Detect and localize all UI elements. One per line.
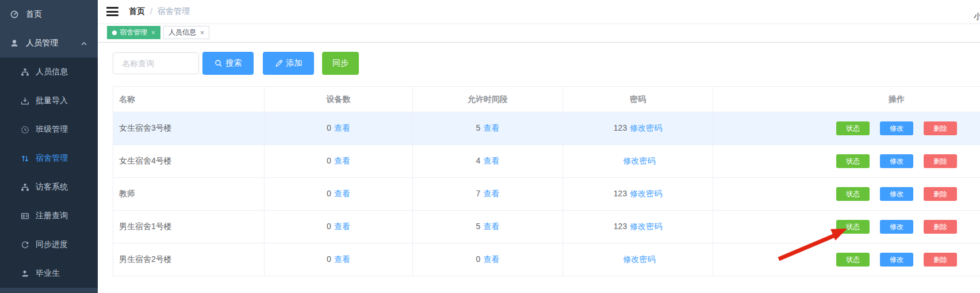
change-password-link[interactable]: 修改密码 [623, 254, 656, 264]
sidebar-item-graduates[interactable]: 毕业生 [0, 259, 98, 288]
add-button-label: 添加 [286, 58, 303, 69]
sidebar-item-label: 同步进度 [36, 239, 68, 250]
dorm-name: 男生宿舍1号楼 [119, 222, 172, 231]
main-area: 首页 / 宿舍管理 小 宿舍管理 × 人员信息 × [98, 0, 980, 293]
table-row[interactable]: 女生宿舍4号楼 0查看 4查看 修改密码 状态 修改 删除 [113, 145, 980, 178]
add-button[interactable]: 添加 [263, 52, 314, 75]
password-value: 123 [614, 222, 627, 231]
sidebar-item-label: 首页 [26, 9, 42, 20]
id-card-icon [21, 212, 29, 220]
view-devices-link[interactable]: 查看 [334, 254, 350, 264]
tab-personnel-info[interactable]: 人员信息 × [163, 26, 209, 39]
password-value: 123 [614, 123, 627, 132]
change-password-link[interactable]: 修改密码 [623, 156, 656, 165]
column-header-devices: 设备数 [265, 87, 413, 112]
dorm-name: 女生宿舍3号楼 [119, 123, 172, 132]
edit-button[interactable]: 修改 [880, 154, 913, 168]
graduate-icon [21, 269, 29, 278]
sidebar-item-registration-query[interactable]: 注册查询 [0, 201, 98, 230]
view-period-link[interactable]: 查看 [483, 254, 499, 264]
sidebar-item-label: 毕业生 [36, 268, 60, 279]
sidebar-submenu: 人员信息 批量导入 班级管理 宿舍管理 [0, 58, 98, 288]
search-button[interactable]: 搜索 [202, 52, 254, 75]
change-password-link[interactable]: 修改密码 [630, 189, 662, 198]
toolbar: 搜索 添加 同步 [113, 52, 980, 75]
delete-button[interactable]: 删除 [924, 220, 957, 234]
sidebar-item-label: 班级管理 [36, 124, 68, 135]
edit-button[interactable]: 修改 [880, 187, 913, 201]
page-container: 搜索 添加 同步 名称 设 [98, 43, 980, 293]
search-input[interactable] [113, 52, 199, 74]
people-icon [10, 39, 19, 48]
status-button[interactable]: 状态 [836, 187, 870, 201]
sidebar-item-label: 人员信息 [36, 67, 68, 77]
sync-button-label: 同步 [332, 58, 349, 69]
view-devices-link[interactable]: 查看 [334, 156, 350, 165]
sidebar-item-class-management[interactable]: 班级管理 [0, 115, 98, 144]
sidebar-item-batch-import[interactable]: 批量导入 [0, 86, 98, 115]
view-period-link[interactable]: 查看 [483, 189, 499, 198]
sync-button[interactable]: 同步 [322, 52, 359, 75]
sitemap-icon [21, 183, 29, 192]
delete-button[interactable]: 删除 [924, 154, 957, 168]
dorm-name: 教师 [119, 189, 135, 198]
view-devices-link[interactable]: 查看 [334, 123, 350, 132]
sidebar-item-personnel-management[interactable]: 人员管理 [0, 29, 98, 58]
username-text[interactable]: 小 [974, 12, 980, 22]
delete-button[interactable]: 删除 [924, 187, 957, 201]
device-count: 0 [327, 156, 331, 165]
view-devices-link[interactable]: 查看 [334, 189, 350, 198]
tab-dormitory-management[interactable]: 宿舍管理 × [107, 26, 160, 39]
app-window: 首页 人员管理 人员信息 批量导入 [0, 0, 980, 293]
edit-button[interactable]: 修改 [880, 220, 913, 234]
view-period-link[interactable]: 查看 [483, 222, 499, 231]
dashboard-icon [10, 10, 19, 19]
delete-button[interactable]: 删除 [924, 253, 957, 267]
view-period-link[interactable]: 查看 [483, 156, 499, 165]
close-icon[interactable]: × [151, 29, 155, 36]
sidebar-item-label: 宿舍管理 [36, 153, 68, 163]
table-row[interactable]: 女生宿舍3号楼 0查看 5查看 123修改密码 状态 修改 删除 [113, 112, 980, 145]
sidebar-item-personnel-info[interactable]: 人员信息 [0, 58, 98, 86]
change-password-link[interactable]: 修改密码 [630, 123, 662, 132]
search-button-label: 搜索 [226, 58, 242, 69]
device-count: 0 [327, 123, 331, 132]
column-header-name: 名称 [113, 87, 265, 112]
period-count: 4 [476, 156, 481, 165]
table-row[interactable]: 男生宿舍1号楼 0查看 5查看 123修改密码 状态 修改 删除 [113, 211, 980, 243]
status-button[interactable]: 状态 [836, 121, 870, 135]
delete-button[interactable]: 删除 [924, 121, 957, 135]
search-icon [215, 59, 223, 67]
import-icon [21, 97, 29, 105]
period-count: 5 [476, 123, 481, 132]
top-navbar: 首页 / 宿舍管理 小 [98, 0, 980, 23]
up-down-arrows-icon [21, 154, 29, 163]
clock-icon [21, 125, 29, 134]
status-button[interactable]: 状态 [836, 253, 870, 267]
edit-button[interactable]: 修改 [880, 121, 913, 135]
breadcrumb-current: 宿舍管理 [158, 6, 190, 17]
tab-label: 人员信息 [169, 28, 196, 37]
edit-button[interactable]: 修改 [880, 253, 913, 267]
column-header-actions: 操作 [713, 87, 980, 112]
sidebar-item-home[interactable]: 首页 [0, 0, 98, 29]
sidebar-item-dormitory-management[interactable]: 宿舍管理 [0, 144, 98, 173]
close-icon[interactable]: × [200, 29, 204, 36]
table-row[interactable]: 男生宿舍2号楼 0查看 0查看 修改密码 状态 修改 删除 [113, 243, 980, 276]
status-button[interactable]: 状态 [836, 154, 870, 168]
sitemap-icon [21, 68, 29, 77]
breadcrumb-home[interactable]: 首页 [129, 6, 145, 17]
table-row[interactable]: 教师 0查看 7查看 123修改密码 状态 修改 删除 [113, 178, 980, 211]
sidebar-item-sync-progress[interactable]: 同步进度 [0, 230, 98, 259]
sidebar-item-visitor-system[interactable]: 访客系统 [0, 173, 98, 201]
hamburger-menu-icon[interactable] [106, 7, 118, 16]
sidebar: 首页 人员管理 人员信息 批量导入 [0, 0, 98, 293]
view-period-link[interactable]: 查看 [483, 123, 499, 132]
column-header-period: 允许时间段 [413, 87, 563, 112]
view-devices-link[interactable]: 查看 [334, 222, 350, 231]
pen-icon [275, 59, 283, 67]
tab-label: 宿舍管理 [120, 28, 147, 37]
change-password-link[interactable]: 修改密码 [630, 222, 662, 231]
status-button-arrow-target[interactable]: 状态 [836, 220, 870, 234]
device-count: 0 [327, 189, 331, 198]
